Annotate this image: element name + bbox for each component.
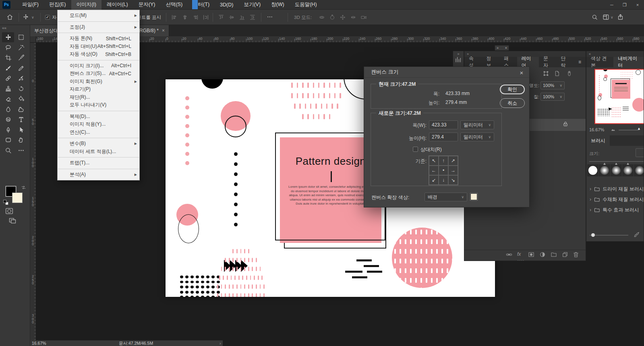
tab-5[interactable]: 단락 bbox=[556, 57, 574, 67]
align-middle-icon[interactable] bbox=[226, 14, 237, 21]
menu-item[interactable]: 트랩(T)... bbox=[58, 159, 139, 167]
new-height-unit-select[interactable]: 밀리미터∨ bbox=[460, 133, 494, 141]
minimize-icon[interactable]: ─ bbox=[605, 0, 618, 10]
pen-tool[interactable] bbox=[2, 125, 14, 135]
new-width-unit-select[interactable]: 밀리미터∨ bbox=[460, 120, 494, 129]
menubar-item-3[interactable]: 레이어(L) bbox=[101, 0, 133, 10]
distribute-v-icon[interactable] bbox=[247, 14, 258, 21]
current-tool-icon[interactable]: ∨ bbox=[23, 10, 34, 25]
shape-tool[interactable] bbox=[2, 135, 14, 145]
adjustment-layer-icon[interactable] bbox=[537, 251, 548, 258]
background-color-swatch[interactable] bbox=[12, 193, 23, 203]
anchor-grid[interactable]: ↖↑↗←•→↙↓↘ bbox=[429, 155, 458, 185]
quick-mask-icon[interactable] bbox=[3, 207, 15, 215]
cancel-button[interactable]: 취소 bbox=[500, 98, 525, 108]
align-bottom-icon[interactable] bbox=[237, 14, 247, 21]
brush-folder-1[interactable]: ›수채화 재질 브러시 bbox=[586, 194, 644, 205]
menubar-item-5[interactable]: 선택(S) bbox=[160, 0, 188, 10]
wand-tool[interactable] bbox=[15, 43, 27, 53]
menu-item[interactable]: 복제(D)... bbox=[58, 113, 139, 121]
arrow-tool[interactable] bbox=[15, 125, 27, 135]
brush-tool[interactable] bbox=[2, 63, 14, 73]
menu-item[interactable]: 변수(B)▶ bbox=[58, 140, 139, 148]
menubar-item-1[interactable]: 편집(E) bbox=[44, 0, 71, 10]
menubar-item-7[interactable]: 3D(D) bbox=[215, 0, 238, 10]
menu-item[interactable]: 이미지 적용(Y)... bbox=[58, 120, 139, 128]
close-icon[interactable]: × bbox=[505, 46, 507, 50]
anchor-cell-1[interactable]: ↑ bbox=[439, 156, 448, 166]
new-group-icon[interactable] bbox=[549, 251, 559, 258]
menu-item[interactable]: 조정(J)▶ bbox=[58, 23, 139, 31]
orbit-icon[interactable] bbox=[317, 14, 327, 21]
tab-1[interactable]: 정보 bbox=[482, 57, 500, 67]
camera-icon[interactable] bbox=[358, 14, 369, 21]
lasso-tool[interactable] bbox=[2, 43, 14, 53]
bucket-tool[interactable] bbox=[15, 94, 27, 104]
filter-shape-icon[interactable] bbox=[541, 70, 551, 77]
move-tool[interactable] bbox=[2, 32, 14, 42]
swap-colors-icon[interactable] bbox=[21, 184, 26, 192]
menubar-item-4[interactable]: 문자(Y) bbox=[133, 0, 161, 10]
heal-tool[interactable] bbox=[2, 73, 14, 83]
anchor-cell-3[interactable]: ← bbox=[429, 166, 439, 175]
menu-item[interactable]: 모드(M)▶ bbox=[58, 12, 139, 20]
slide-icon[interactable] bbox=[348, 14, 358, 21]
marquee-tool[interactable] bbox=[15, 32, 27, 42]
new-width-input[interactable]: 423.33 bbox=[429, 120, 458, 129]
more-options-icon[interactable] bbox=[267, 10, 273, 25]
close-icon[interactable]: × bbox=[631, 0, 644, 10]
pan-icon[interactable] bbox=[338, 14, 348, 21]
menubar-item-2[interactable]: 이미지(I) bbox=[71, 0, 101, 10]
tab-right-0[interactable]: 색상 견본 bbox=[586, 57, 613, 67]
navigator-thumbnail[interactable] bbox=[594, 69, 644, 124]
menu-item[interactable]: 캔버스 크기(S)...Alt+Ctrl+C bbox=[58, 70, 139, 78]
menu-item[interactable]: 데이터 세트 적용(L)... bbox=[58, 148, 139, 156]
vertical-ruler[interactable]: 05 01 0 01 5 02 0 02 5 03 0 0 bbox=[30, 43, 36, 340]
brush-preset[interactable] bbox=[634, 164, 644, 176]
distribute-h-icon[interactable] bbox=[201, 14, 211, 21]
brush-size-input[interactable] bbox=[636, 148, 644, 157]
navigator-zoom-slider[interactable] bbox=[619, 130, 640, 131]
tab-brushes[interactable]: 브러시 bbox=[586, 135, 610, 146]
collapse-icon[interactable]: » bbox=[453, 52, 464, 56]
tab-3[interactable]: 레이어 bbox=[517, 57, 539, 67]
relative-checkbox[interactable] bbox=[413, 147, 418, 152]
menu-item[interactable]: 이미지 회전(G)▶ bbox=[58, 78, 139, 86]
align-left-icon[interactable] bbox=[169, 14, 180, 21]
brush-stroke-icon[interactable] bbox=[632, 231, 642, 238]
zoom-level[interactable]: 16.67% bbox=[32, 341, 46, 346]
history-tool[interactable] bbox=[15, 84, 27, 94]
type-tool[interactable] bbox=[15, 114, 27, 124]
collapse-toolbar-icon[interactable]: «« bbox=[2, 26, 6, 30]
align-top-icon[interactable] bbox=[216, 14, 226, 21]
brush-preset[interactable] bbox=[587, 164, 598, 176]
panel-menu-icon[interactable]: ≡ bbox=[574, 57, 586, 67]
mixer-tool[interactable] bbox=[15, 73, 27, 83]
eraser-tool[interactable] bbox=[2, 94, 14, 104]
brush-preset[interactable] bbox=[622, 164, 634, 176]
zoom-tool[interactable] bbox=[2, 145, 14, 155]
ruler-origin[interactable] bbox=[30, 36, 36, 43]
ok-button[interactable]: 확인 bbox=[500, 85, 525, 94]
workspace-icon[interactable]: ∨ bbox=[603, 10, 613, 25]
extension-color-select[interactable]: 배경∨ bbox=[425, 193, 467, 201]
anchor-cell-8[interactable]: ↘ bbox=[448, 175, 458, 185]
expander-icon[interactable]: › bbox=[590, 186, 591, 192]
tab-2[interactable]: 패스 bbox=[499, 57, 517, 67]
zoom-out-mountain-icon[interactable] bbox=[609, 127, 617, 132]
extension-color-swatch[interactable] bbox=[470, 193, 477, 200]
dialog-close-icon[interactable]: × bbox=[518, 68, 526, 77]
menu-item[interactable]: 자동 대비(U)Alt+Shift+Ctrl+L bbox=[58, 43, 139, 51]
dock-resize-grip[interactable]: •••• bbox=[518, 259, 525, 261]
restore-icon[interactable]: ❐ bbox=[618, 0, 631, 10]
brush-preset[interactable] bbox=[611, 164, 622, 176]
navigator-slider-handle[interactable]: ▲ bbox=[637, 126, 641, 131]
menu-item[interactable]: 이미지 크기(I)...Alt+Ctrl+I bbox=[58, 62, 139, 70]
filter-smart-icon[interactable] bbox=[552, 70, 562, 77]
menu-item[interactable]: 자르기(P) bbox=[58, 85, 139, 93]
hand-tool[interactable] bbox=[15, 135, 27, 145]
tab-close-icon[interactable]: × bbox=[162, 28, 165, 33]
collapse-icon[interactable]: » bbox=[497, 46, 499, 50]
expander-icon[interactable]: › bbox=[590, 197, 591, 202]
navigator-zoom-value[interactable]: 16.67% bbox=[589, 127, 604, 132]
